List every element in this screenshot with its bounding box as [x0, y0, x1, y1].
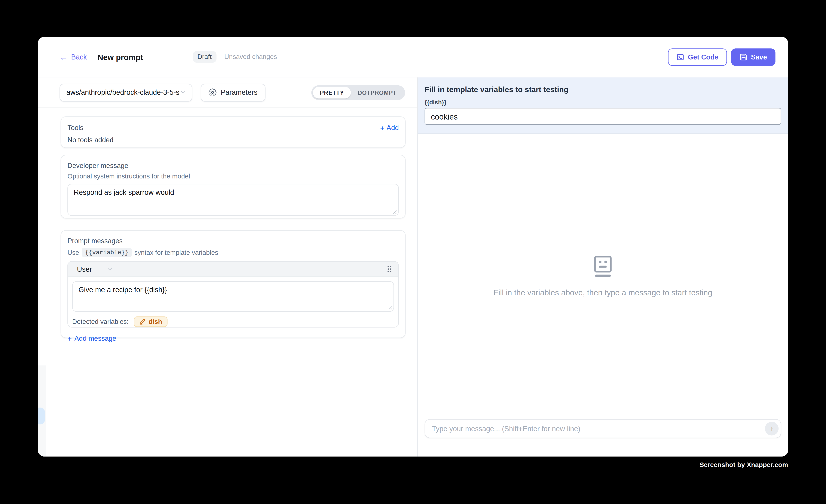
view-mode-toggle: PRETTY DOTPROMPT: [311, 85, 405, 100]
add-message-label: Add message: [74, 334, 116, 342]
save-button[interactable]: Save: [731, 48, 775, 66]
developer-message-title: Developer message: [67, 162, 399, 170]
gear-icon: [209, 88, 217, 96]
variable-syntax-hint: Use {{variable}} syntax for template var…: [67, 248, 399, 257]
prompt-config-pane: aws/anthropic/bedrock-claude-3-5-s... Pa…: [38, 77, 418, 456]
drag-handle-icon[interactable]: [386, 265, 393, 273]
tab-dotprompt[interactable]: DOTPROMPT: [351, 87, 403, 98]
prompt-messages-title: Prompt messages: [67, 237, 399, 245]
page-title: New prompt: [98, 52, 143, 61]
window-body: aws/anthropic/bedrock-claude-3-5-s... Pa…: [38, 77, 788, 456]
hint-prefix: Use: [67, 249, 79, 256]
role-select[interactable]: User: [77, 265, 92, 273]
detected-variables-row: Detected variables: dish: [68, 316, 398, 327]
prompt-editor-window: ← Back New prompt Draft Unsaved changes …: [38, 37, 788, 456]
parameters-label: Parameters: [221, 88, 257, 96]
add-tool-button[interactable]: + Add: [380, 124, 399, 132]
hint-suffix: syntax for template variables: [134, 249, 218, 256]
prompt-config-content: Tools + Add No tools added Developer mes…: [38, 108, 417, 338]
user-message-textarea[interactable]: Give me a recipe for {{dish}}: [72, 281, 394, 312]
send-button[interactable]: ↑: [765, 422, 778, 436]
tab-pretty[interactable]: PRETTY: [313, 87, 351, 98]
resize-handle[interactable]: [387, 305, 392, 310]
detected-variables-label: Detected variables:: [72, 318, 128, 325]
test-pane: Fill in template variables to start test…: [418, 77, 788, 456]
add-message-button[interactable]: + Add message: [67, 334, 116, 342]
back-button[interactable]: ← Back: [60, 53, 87, 61]
back-label: Back: [71, 53, 87, 61]
tools-title: Tools: [67, 124, 83, 132]
back-arrow-icon: ←: [60, 53, 67, 61]
template-variables-section: Fill in template variables to start test…: [418, 77, 788, 134]
developer-message-card: Developer message Optional system instru…: [61, 155, 406, 218]
variable-code-chip: {{variable}}: [82, 248, 132, 257]
model-toolbar: aws/anthropic/bedrock-claude-3-5-s... Pa…: [38, 77, 417, 108]
tools-empty-text: No tools added: [67, 136, 399, 144]
model-selector[interactable]: aws/anthropic/bedrock-claude-3-5-s...: [60, 83, 192, 101]
developer-message-textarea[interactable]: Respond as jack sparrow would: [67, 184, 399, 216]
pencil-icon: [139, 319, 145, 325]
parameters-button[interactable]: Parameters: [201, 83, 266, 101]
plus-icon: +: [380, 124, 385, 131]
chat-empty-text: Fill in the variables above, then type a…: [493, 288, 712, 297]
message-role-row: User: [68, 262, 398, 277]
terminal-icon: [676, 53, 684, 61]
message-item: User: [67, 261, 399, 328]
chat-footer: ↑: [418, 419, 788, 456]
save-icon: [740, 53, 747, 61]
get-code-button[interactable]: Get Code: [668, 48, 727, 66]
send-arrow-icon: ↑: [770, 425, 773, 433]
resize-handle[interactable]: [392, 209, 397, 214]
get-code-label: Get Code: [688, 53, 718, 61]
model-selector-value: aws/anthropic/bedrock-claude-3-5-s...: [66, 88, 180, 96]
tools-card: Tools + Add No tools added: [61, 116, 406, 148]
plus-icon: +: [67, 334, 72, 342]
template-variables-title: Fill in template variables to start test…: [425, 85, 781, 94]
unsaved-changes-label: Unsaved changes: [224, 53, 277, 60]
variable-chip-label: dish: [149, 318, 162, 325]
screenshot-stage: ← Back New prompt Draft Unsaved changes …: [0, 0, 826, 504]
dish-variable-input[interactable]: [425, 108, 781, 125]
window-header: ← Back New prompt Draft Unsaved changes …: [38, 37, 788, 77]
dish-variable-label: {{dish}}: [425, 99, 781, 106]
add-tool-label: Add: [387, 124, 399, 132]
watermark: Screenshot by Xnapper.com: [700, 461, 788, 468]
chat-empty-state: Fill in the variables above, then type a…: [418, 134, 788, 419]
bot-face-icon: [594, 256, 611, 277]
developer-message-subtitle: Optional system instructions for the mod…: [67, 173, 399, 180]
status-badge: Draft: [193, 51, 217, 63]
chat-message-input[interactable]: [425, 419, 781, 438]
prompt-messages-card: Prompt messages Use {{variable}} syntax …: [61, 230, 406, 338]
chevron-down-icon[interactable]: [106, 266, 113, 272]
save-label: Save: [751, 53, 767, 61]
left-drawer-highlight: [38, 407, 45, 425]
variable-chip-dish[interactable]: dish: [134, 316, 168, 327]
chevron-down-icon: [180, 89, 186, 96]
